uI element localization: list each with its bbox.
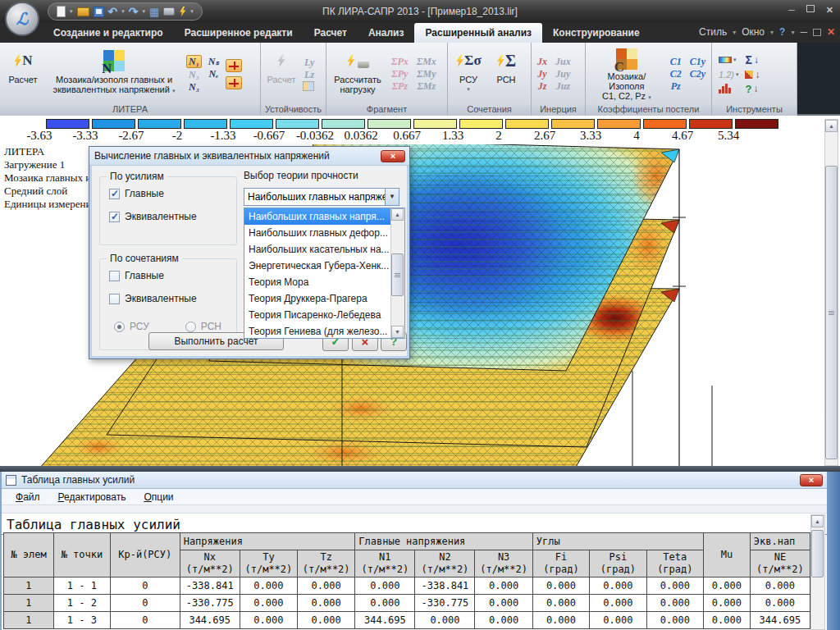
sum-mx-button[interactable]: ΣMx — [415, 56, 438, 67]
scroll-up-icon[interactable]: ▲ — [825, 120, 838, 132]
table-row[interactable]: 11 - 3 0344.695 0.0000.000 344.6950.000 … — [4, 612, 810, 629]
c2-button[interactable]: C2 — [669, 68, 683, 80]
theory-option[interactable]: Наибольших касательных на... — [244, 241, 390, 258]
lz-button[interactable]: Lz — [303, 69, 316, 80]
jux-button[interactable]: Jux — [554, 56, 573, 67]
checkbox-row[interactable]: Эквивалентные — [109, 211, 197, 222]
ribbon-tab[interactable]: Создание и редактиро — [43, 23, 174, 43]
sum-pz-button[interactable]: ΣPz — [390, 80, 410, 92]
table-window-close-button[interactable]: × — [800, 474, 823, 486]
redo-icon[interactable]: ↷ — [129, 7, 139, 16]
table-window-titlebar[interactable]: Таблица главных усилий × — [2, 472, 827, 489]
checkbox-icon[interactable] — [109, 271, 120, 281]
ribbon-tab[interactable]: Расширенное редакти — [174, 23, 304, 43]
sum-py-button[interactable]: ΣPy — [390, 68, 410, 80]
table-vertical-scrollbar[interactable]: ▲ — [810, 514, 825, 630]
dropdown-scroll-thumb[interactable] — [391, 253, 404, 296]
c2y-button[interactable]: C2y — [688, 68, 707, 80]
ne-button[interactable]: Nₑ — [207, 68, 221, 80]
canvas-vertical-scrollbar[interactable]: ▲ — [824, 119, 838, 466]
open-icon[interactable] — [77, 7, 89, 16]
form-button[interactable] — [303, 81, 314, 91]
fragment-calc-button[interactable]: Рассчитать нагрузку — [328, 47, 387, 101]
save-icon[interactable] — [94, 7, 104, 17]
c1y-button[interactable]: C1y — [688, 56, 707, 67]
numbering-button[interactable]: 1.2)▾ — [719, 70, 738, 80]
jy-button[interactable]: Jy — [536, 68, 549, 80]
style-caret-icon[interactable]: ▾ — [733, 29, 736, 36]
package-icon[interactable]: ▦ — [149, 7, 159, 17]
checkbox-icon[interactable] — [109, 294, 120, 304]
dropdown-scrollbar[interactable]: ▲ ▼ — [390, 208, 404, 338]
theory-option[interactable]: Наибольших главных дефор... — [244, 225, 390, 241]
scroll-up-icon[interactable]: ▲ — [811, 515, 824, 527]
table-scroll-thumb[interactable] — [811, 530, 824, 578]
combo-dropdown-icon[interactable]: ▼ — [385, 189, 399, 205]
ly-button[interactable]: Ly — [303, 57, 316, 68]
jx-button[interactable]: Jx — [536, 56, 549, 67]
dialog-close-button[interactable]: × — [381, 150, 405, 162]
rsn-button[interactable]: Σ РСН — [487, 47, 525, 101]
theory-option[interactable]: Теория Писаренко-Лебедева — [244, 307, 390, 323]
mdi-minimize-button[interactable]: ─ — [800, 26, 807, 38]
c1-button[interactable]: C1 — [669, 56, 683, 67]
scale-cursor-button[interactable]: ▾ — [719, 57, 738, 63]
help-down-button[interactable]: ?↓ — [745, 83, 760, 95]
help-caret-icon[interactable]: ▾ — [791, 29, 794, 36]
stress-axes-button[interactable] — [226, 59, 242, 72]
menu-item[interactable]: Опции — [136, 491, 180, 503]
jz-button[interactable]: Jz — [536, 80, 549, 92]
theory-option[interactable]: Энергетическая Губера-Хенк... — [244, 258, 390, 274]
juy-button[interactable]: Juy — [554, 68, 573, 80]
ribbon-tab[interactable]: Анализ — [358, 23, 415, 43]
mdi-restore-button[interactable] — [813, 29, 821, 36]
sum-my-button[interactable]: ΣMy — [415, 68, 438, 80]
checkbox-icon[interactable] — [109, 212, 120, 222]
mosaic-down-button[interactable]: ↓ — [745, 69, 760, 80]
n3-button[interactable]: N₃ — [186, 81, 202, 93]
ns-button[interactable]: Nₛ — [207, 56, 221, 67]
sum-down-button[interactable]: Σ↓ — [745, 53, 760, 66]
radio-row[interactable]: РСУ — [114, 321, 149, 332]
checkbox-row[interactable]: Главные — [109, 188, 197, 199]
scroll-up-icon[interactable]: ▲ — [391, 208, 404, 221]
stability-calc-button[interactable]: Расчет — [262, 47, 300, 101]
restore-button[interactable] — [806, 5, 815, 12]
window-caret-icon[interactable]: ▾ — [770, 29, 774, 36]
juz-button[interactable]: Juz — [554, 80, 573, 92]
ribbon-tab[interactable]: Конструирование — [542, 23, 651, 43]
table-row[interactable]: 11 - 1 0-338.841 0.0000.000 0.000-338.84… — [4, 578, 810, 595]
undo-caret-icon[interactable]: ▾ — [121, 8, 125, 15]
new-file-icon[interactable] — [57, 6, 66, 17]
redo-caret-icon[interactable]: ▾ — [143, 8, 146, 15]
minimize-button[interactable]: ─ — [788, 5, 795, 16]
ribbon-tab[interactable]: Расчет — [304, 23, 358, 43]
theory-option[interactable]: Теория Гениева (для железо... — [244, 323, 390, 338]
theory-combobox[interactable]: Наибольших главных напряжений ▼ — [244, 188, 399, 206]
sum-px-button[interactable]: ΣPx — [390, 56, 410, 67]
radio-row[interactable]: РСН — [185, 321, 221, 332]
mdi-close-button[interactable]: ✕ — [827, 26, 835, 38]
undo-icon[interactable]: ↶ — [108, 7, 118, 16]
checkbox-row[interactable]: Эквивалентные — [109, 293, 197, 304]
menu-item[interactable]: Файл — [8, 491, 48, 503]
new-file-caret-icon[interactable]: ▾ — [70, 8, 73, 15]
stress-axes-alt-button[interactable] — [226, 76, 242, 89]
pz-button[interactable]: Pz — [669, 80, 683, 92]
snapshot-icon[interactable] — [163, 7, 175, 16]
ribbon-tab[interactable]: Расширенный анализ — [414, 23, 542, 43]
n1-button[interactable]: N₁ — [186, 55, 202, 68]
litera-mosaic-button[interactable]: N Мозаика/изополя главных и эквивалентны… — [44, 47, 184, 101]
theory-option[interactable]: Наибольших главных напря... — [244, 208, 390, 225]
bedding-mosaic-button[interactable]: C Мозаика/Изополя C1, C2, Pz ▾ — [587, 47, 666, 101]
checkbox-icon[interactable] — [109, 189, 120, 199]
scroll-down-icon[interactable]: ▼ — [391, 326, 404, 338]
flash-icon[interactable] — [179, 7, 186, 17]
help-menu[interactable]: ? — [779, 26, 785, 38]
menu-item[interactable]: Редактировать — [51, 491, 134, 503]
sum-mz-button[interactable]: ΣMz — [415, 80, 438, 92]
dialog-titlebar[interactable]: Вычисление главных и эквивалентных напря… — [89, 147, 409, 166]
style-menu[interactable]: Стиль — [699, 26, 727, 38]
theory-option[interactable]: Теория Друккера-Прагера — [244, 290, 390, 307]
histogram-button[interactable] — [719, 84, 738, 94]
